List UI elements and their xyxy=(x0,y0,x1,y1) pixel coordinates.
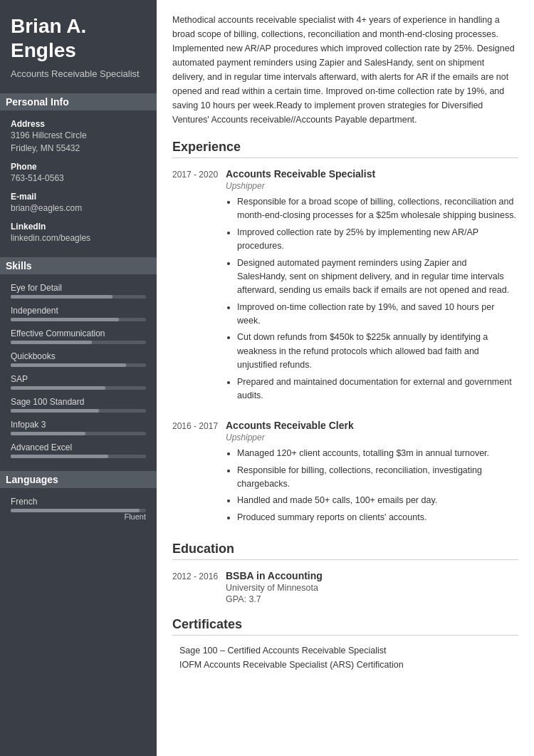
skill-item: Advanced Excel xyxy=(11,442,146,458)
bullet-item: Designed automated payment reminders usi… xyxy=(237,257,518,298)
education-entry: 2012 - 2016 BSBA in Accounting Universit… xyxy=(172,570,518,604)
skills-heading: Skills xyxy=(0,257,157,274)
experience-list: 2017 - 2020 Accounts Receivable Speciali… xyxy=(172,168,518,527)
skill-item: Sage 100 Standard xyxy=(11,397,146,413)
phone-value: 763-514-0563 xyxy=(11,172,146,185)
education-heading: Education xyxy=(172,542,518,560)
entry-body: Accounts Receivable Clerk Upshipper Mana… xyxy=(226,420,518,527)
certificate-item: IOFM Accounts Receivable Specialist (ARS… xyxy=(172,660,518,670)
skill-bar-fill xyxy=(11,341,92,344)
bullet-item: Prepared and maintained documentation fo… xyxy=(237,376,518,403)
phone-label: Phone xyxy=(11,162,146,172)
edu-body: BSBA in Accounting University of Minneso… xyxy=(226,570,518,604)
skill-bar-bg xyxy=(11,341,146,344)
certificates-list: Sage 100 – Certified Accounts Receivable… xyxy=(172,646,518,670)
email-label: E-mail xyxy=(11,192,146,202)
linkedin-block: LinkedIn linkedin.com/beagles xyxy=(11,222,146,244)
candidate-name: Brian A. Engles xyxy=(11,14,146,62)
languages-list: French Fluent xyxy=(11,497,146,521)
languages-heading: Languages xyxy=(0,471,157,488)
skill-bar-fill xyxy=(11,409,99,413)
resume-container: Brian A. Engles Accounts Receivable Spec… xyxy=(0,0,534,756)
experience-entry: 2017 - 2020 Accounts Receivable Speciali… xyxy=(172,168,518,405)
edu-degree: BSBA in Accounting xyxy=(226,570,518,581)
skills-list: Eye for Detail Independent Effective Com… xyxy=(11,283,146,458)
entry-company: Upshipper xyxy=(226,181,518,191)
entry-date: 2016 - 2017 xyxy=(172,420,226,527)
skill-item: Independent xyxy=(11,306,146,321)
entry-company: Upshipper xyxy=(226,433,518,442)
linkedin-value: linkedin.com/beagles xyxy=(11,232,146,244)
skill-item: Quickbooks xyxy=(11,351,146,367)
bullet-item: Produced summary reports on clients' acc… xyxy=(237,511,518,524)
entry-title: Accounts Receivable Clerk xyxy=(226,420,518,431)
entry-bullets: Managed 120+ client accounts, totalling … xyxy=(226,447,518,524)
entry-body: Accounts Receivable Specialist Upshipper… xyxy=(226,168,518,405)
edu-date: 2012 - 2016 xyxy=(172,570,226,604)
skill-name: Effective Communication xyxy=(11,328,146,338)
skill-name: Sage 100 Standard xyxy=(11,397,146,407)
skill-name: Quickbooks xyxy=(11,351,146,361)
experience-section: Experience 2017 - 2020 Accounts Receivab… xyxy=(172,140,518,527)
skill-item: SAP xyxy=(11,374,146,390)
skill-bar-fill xyxy=(11,295,112,299)
skill-bar-bg xyxy=(11,432,146,435)
address-block: Address 3196 Hillcrest Circle Fridley, M… xyxy=(11,119,146,155)
language-name: French xyxy=(11,497,146,507)
entry-bullets: Responsible for a broad scope of billing… xyxy=(226,195,518,403)
personal-info-heading: Personal Info xyxy=(0,93,157,110)
skill-bar-fill xyxy=(11,318,119,321)
skill-item: Eye for Detail xyxy=(11,283,146,299)
bullet-item: Handled and made 50+ calls, 100+ emails … xyxy=(237,494,518,507)
language-item: French Fluent xyxy=(11,497,146,521)
edu-gpa: GPA: 3.7 xyxy=(226,594,518,604)
edu-school: University of Minnesota xyxy=(226,583,518,593)
skill-bar-fill xyxy=(11,386,105,390)
bullet-item: Improved on-time collection rate by 19%,… xyxy=(237,301,518,328)
phone-block: Phone 763-514-0563 xyxy=(11,162,146,185)
skill-name: Eye for Detail xyxy=(11,283,146,293)
skill-bar-bg xyxy=(11,318,146,321)
language-level: Fluent xyxy=(11,512,146,521)
bullet-item: Managed 120+ client accounts, totalling … xyxy=(237,447,518,460)
candidate-title: Accounts Receivable Specialist xyxy=(11,68,146,81)
summary-text: Methodical accounts receivable specialis… xyxy=(172,13,518,127)
skills-section: Skills Eye for Detail Independent Effect… xyxy=(11,257,146,458)
skill-bar-fill xyxy=(11,432,85,435)
skill-bar-fill xyxy=(11,455,108,458)
skill-bar-bg xyxy=(11,455,146,458)
skill-name: Independent xyxy=(11,306,146,316)
skill-bar-bg xyxy=(11,409,146,413)
bullet-item: Responsible for a broad scope of billing… xyxy=(237,195,518,223)
sidebar: Brian A. Engles Accounts Receivable Spec… xyxy=(0,0,157,756)
skill-item: Infopak 3 xyxy=(11,420,146,435)
bullet-item: Responsible for billing, collections, re… xyxy=(237,464,518,492)
entry-date: 2017 - 2020 xyxy=(172,168,226,405)
experience-heading: Experience xyxy=(172,140,518,158)
skill-name: Infopak 3 xyxy=(11,420,146,430)
address-label: Address xyxy=(11,119,146,129)
education-section: Education 2012 - 2016 BSBA in Accounting… xyxy=(172,542,518,604)
skill-name: Advanced Excel xyxy=(11,442,146,452)
email-block: E-mail brian@eagles.com xyxy=(11,192,146,214)
skill-bar-bg xyxy=(11,386,146,390)
certificates-heading: Certificates xyxy=(172,617,518,636)
skill-item: Effective Communication xyxy=(11,328,146,344)
skill-name: SAP xyxy=(11,374,146,384)
certificates-section: Certificates Sage 100 – Certified Accoun… xyxy=(172,617,518,670)
main-content: Methodical accounts receivable specialis… xyxy=(157,0,534,756)
email-value: brian@eagles.com xyxy=(11,202,146,214)
education-list: 2012 - 2016 BSBA in Accounting Universit… xyxy=(172,570,518,604)
experience-entry: 2016 - 2017 Accounts Receivable Clerk Up… xyxy=(172,420,518,527)
skill-bar-fill xyxy=(11,363,126,367)
skill-bar-bg xyxy=(11,363,146,367)
bullet-item: Improved collection rate by 25% by imple… xyxy=(237,226,518,254)
languages-section: Languages French Fluent xyxy=(11,471,146,521)
address-line1: 3196 Hillcrest Circle xyxy=(11,129,146,142)
linkedin-label: LinkedIn xyxy=(11,222,146,232)
address-line2: Fridley, MN 55432 xyxy=(11,142,146,155)
skill-bar-bg xyxy=(11,295,146,299)
entry-title: Accounts Receivable Specialist xyxy=(226,168,518,180)
bullet-item: Cut down refunds from $450k to $225k ann… xyxy=(237,331,518,372)
certificate-item: Sage 100 – Certified Accounts Receivable… xyxy=(172,646,518,656)
